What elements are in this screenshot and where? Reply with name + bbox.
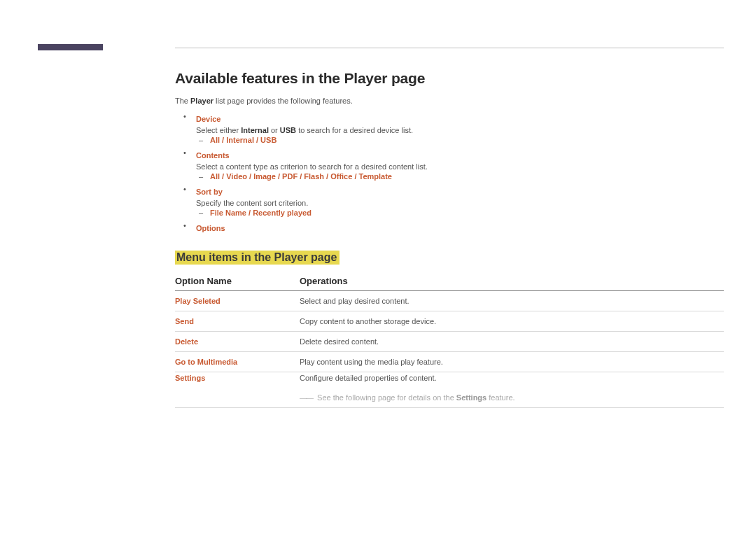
feature-contents: Contents Select a content type as criter… [189, 148, 724, 181]
feature-device: Device Select either Internal or USB to … [189, 112, 724, 144]
feature-options: Options [189, 221, 724, 234]
feature-sortby-desc: Specify the content sort criterion. [196, 199, 724, 207]
option-name-cell: Settings [175, 372, 300, 388]
table-row: Delete Delete desired content. [175, 332, 724, 352]
content-area: Available features in the Player page Th… [175, 70, 724, 408]
operation-cell: Configure detailed properties of content… [300, 372, 724, 388]
table-row: Play Seleted Select and play desired con… [175, 291, 724, 311]
table-header-operations: Operations [300, 273, 724, 291]
table-row-note: ―― See the following page for details on… [175, 388, 724, 408]
option-name-cell: Play Seleted [175, 291, 300, 311]
options-table: Option Name Operations Play Seleted Sele… [175, 273, 724, 408]
device-desc-usb: USB [280, 126, 296, 134]
feature-device-sublist: All / Internal / USB [196, 136, 724, 144]
settings-note-text: See the following page for details on th… [317, 393, 515, 402]
intro-text-pre: The [175, 97, 190, 105]
feature-device-title: Device [196, 115, 220, 123]
table-row: Settings Configure detailed properties o… [175, 372, 724, 388]
document-page: Available features in the Player page Th… [0, 0, 756, 534]
note-pre: See the following page for details on th… [317, 393, 456, 402]
intro-text-post: list page provides the following feature… [214, 97, 353, 105]
device-desc-pre: Select either [196, 126, 241, 134]
option-name-cell: Go to Multimedia [175, 352, 300, 372]
feature-sortby-sub: File Name / Recently played [210, 209, 724, 217]
feature-contents-title: Contents [196, 151, 230, 160]
feature-contents-sublist: All / Video / Image / PDF / Flash / Offi… [196, 172, 724, 181]
operation-cell: Play content using the media play featur… [300, 352, 724, 372]
feature-device-sub: All / Internal / USB [210, 136, 724, 144]
feature-sortby-title: Sort by [196, 188, 223, 196]
feature-contents-sub: All / Video / Image / PDF / Flash / Offi… [210, 172, 724, 181]
table-header-row: Option Name Operations [175, 273, 724, 291]
device-desc-or: or [269, 126, 280, 134]
table-row: Go to Multimedia Play content using the … [175, 352, 724, 372]
note-dash-icon: ―― [300, 393, 312, 402]
feature-options-title: Options [196, 224, 225, 232]
feature-contents-desc: Select a content type as criterion to se… [196, 162, 724, 171]
section-heading: Available features in the Player page [175, 70, 724, 87]
option-name-cell: Send [175, 311, 300, 332]
feature-device-desc: Select either Internal or USB to search … [196, 126, 724, 134]
section-tab-marker [38, 44, 103, 50]
device-desc-internal: Internal [241, 126, 269, 134]
table-row: Send Copy content to another storage dev… [175, 311, 724, 332]
intro-text-bold: Player [190, 97, 214, 105]
feature-sortby-sublist: File Name / Recently played [196, 209, 724, 217]
operation-cell: Delete desired content. [300, 332, 724, 352]
top-horizontal-rule [175, 48, 724, 48]
settings-note-cell: ―― See the following page for details on… [300, 388, 724, 408]
table-header-option-name: Option Name [175, 273, 300, 291]
note-post: feature. [486, 393, 514, 402]
operation-cell: Select and play desired content. [300, 291, 724, 311]
option-name-cell: Delete [175, 332, 300, 352]
subsection-heading: Menu items in the Player page [175, 251, 340, 265]
empty-cell [175, 388, 300, 408]
device-desc-post: to search for a desired device list. [296, 126, 413, 134]
operation-cell: Copy content to another storage device. [300, 311, 724, 332]
note-bold: Settings [456, 393, 486, 402]
feature-list: Device Select either Internal or USB to … [175, 112, 724, 234]
feature-sortby: Sort by Specify the content sort criteri… [189, 185, 724, 217]
intro-paragraph: The Player list page provides the follow… [175, 97, 724, 105]
